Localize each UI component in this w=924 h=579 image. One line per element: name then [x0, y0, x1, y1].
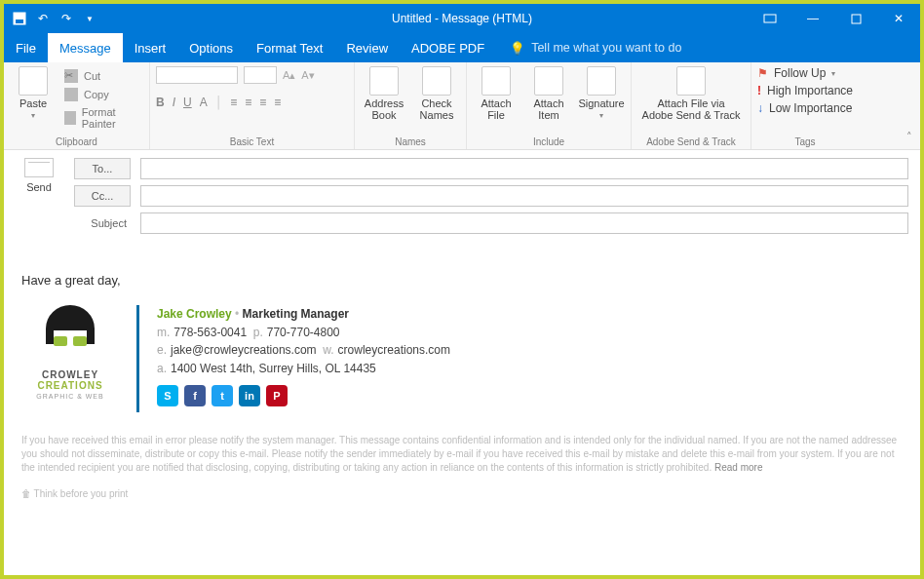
ribbon: Paste ▾ ✂Cut Copy Format Painter Clipboa… — [4, 62, 920, 150]
collapse-ribbon-icon[interactable]: ˄ — [906, 131, 912, 143]
subject-label: Subject — [74, 217, 131, 229]
close-button[interactable]: ✕ — [877, 4, 920, 33]
underline-button[interactable]: U — [183, 96, 192, 109]
check-names-icon — [422, 66, 451, 96]
brand-tagline: GRAPHIC & WEB — [36, 393, 103, 400]
group-basic-text: A▴ A▾ B I U A │ ≡ ≡ ≡ ≡ Basic Text — [150, 62, 355, 149]
adobe-attach-button[interactable]: Attach File via Adobe Send & Track — [637, 66, 745, 121]
sig-phone: 770-770-4800 — [267, 326, 340, 339]
tab-options[interactable]: Options — [177, 33, 245, 62]
align-center-icon[interactable]: ≡ — [245, 96, 251, 109]
sig-name: Jake Crowley — [157, 307, 232, 321]
brand-name: CROWLEYCREATIONS — [37, 369, 102, 391]
paperclip-icon — [481, 66, 511, 96]
to-input[interactable] — [140, 158, 908, 179]
tab-insert[interactable]: Insert — [123, 33, 178, 62]
window-title: Untitled - Message (HTML) — [392, 12, 532, 25]
group-adobe: Attach File via Adobe Send & Track Adobe… — [632, 62, 751, 149]
send-label: Send — [26, 181, 52, 193]
signature-divider — [136, 305, 139, 412]
twitter-icon[interactable]: t — [212, 385, 233, 406]
exclamation-icon: ! — [757, 84, 761, 97]
attach-item-icon — [534, 66, 563, 96]
tell-me-search[interactable]: 💡 Tell me what you want to do — [496, 33, 681, 62]
signature-button[interactable]: Signature▾ — [578, 66, 625, 120]
skype-icon[interactable]: S — [157, 385, 178, 406]
align-right-icon[interactable]: ≡ — [259, 96, 266, 109]
linkedin-icon[interactable]: in — [239, 385, 260, 406]
read-more-link[interactable]: Read more — [714, 462, 762, 473]
email-signature: CROWLEYCREATIONS GRAPHIC & WEB Jake Crow… — [21, 305, 903, 412]
paste-button[interactable]: Paste ▾ — [10, 66, 57, 120]
font-color-button[interactable]: A — [200, 96, 208, 109]
eco-footer: 🗑 Think before you print — [21, 488, 903, 499]
low-importance-button[interactable]: ↓Low Importance — [757, 101, 853, 115]
tab-file[interactable]: File — [4, 33, 48, 62]
ribbon-tabs: File Message Insert Options Format Text … — [4, 33, 920, 62]
address-book-button[interactable]: Address Book — [361, 66, 407, 121]
tab-format-text[interactable]: Format Text — [245, 33, 334, 62]
svg-rect-1 — [16, 19, 23, 23]
quick-access-toolbar: ↶ ↷ ▼ — [4, 11, 97, 26]
indent-icon[interactable]: ≡ — [274, 96, 281, 109]
lightbulb-icon: 💡 — [510, 41, 525, 56]
font-size-select[interactable] — [244, 66, 277, 84]
facebook-icon[interactable]: f — [184, 385, 206, 406]
subject-input[interactable] — [140, 212, 908, 234]
sig-email: jake@crowleycreations.com — [171, 343, 317, 357]
send-button[interactable]: Send — [16, 158, 62, 193]
chevron-down-icon: ▾ — [599, 111, 603, 120]
shrink-font-icon[interactable]: A▾ — [301, 69, 314, 82]
scissors-icon: ✂ — [64, 69, 78, 83]
title-bar: ↶ ↷ ▼ Untitled - Message (HTML) ― ✕ — [4, 4, 920, 33]
cut-button[interactable]: ✂Cut — [62, 68, 143, 84]
tab-review[interactable]: Review — [334, 33, 400, 62]
follow-up-button[interactable]: ⚑Follow Up▾ — [757, 66, 853, 80]
group-include: Attach File Attach Item Signature▾ Inclu… — [467, 62, 632, 149]
group-adobe-label: Adobe Send & Track — [637, 135, 745, 147]
tab-message[interactable]: Message — [48, 33, 123, 62]
attach-item-button[interactable]: Attach Item — [525, 66, 572, 121]
maximize-button[interactable] — [834, 4, 877, 33]
tab-adobe-pdf[interactable]: ADOBE PDF — [400, 33, 496, 62]
pinterest-icon[interactable]: P — [266, 385, 288, 406]
minimize-button[interactable]: ― — [791, 4, 834, 33]
social-links: S f t in P — [157, 385, 450, 406]
brush-icon — [64, 111, 76, 125]
adobe-cloud-icon — [676, 66, 706, 96]
sig-mobile: 778-563-0041 — [173, 326, 247, 339]
align-left-icon[interactable]: ≡ — [230, 96, 237, 109]
save-icon[interactable] — [12, 11, 27, 26]
redo-icon[interactable]: ↷ — [58, 11, 74, 26]
sig-address: 1400 West 14th, Surrey Hills, OL 14435 — [171, 362, 376, 375]
italic-button[interactable]: I — [173, 96, 175, 109]
copy-button[interactable]: Copy — [62, 87, 143, 102]
to-button[interactable]: To... — [74, 158, 131, 179]
group-names: Address Book Check Names Names — [355, 62, 467, 149]
attach-file-button[interactable]: Attach File — [473, 66, 520, 121]
chevron-down-icon: ▾ — [31, 111, 35, 120]
disclaimer-text: If you have received this email in error… — [21, 434, 903, 475]
group-basic-text-label: Basic Text — [156, 135, 348, 147]
ribbon-display-icon[interactable] — [749, 4, 791, 33]
window-controls: ― ✕ — [749, 4, 920, 33]
message-body[interactable]: Have a great day, CROWLEYCREATIONS GRAPH… — [4, 251, 920, 515]
check-names-button[interactable]: Check Names — [413, 66, 460, 121]
group-tags: ⚑Follow Up▾ !High Importance ↓Low Import… — [751, 62, 859, 149]
format-painter-button[interactable]: Format Painter — [62, 105, 143, 131]
cc-input[interactable] — [140, 185, 908, 207]
bold-button[interactable]: B — [156, 96, 165, 109]
qat-dropdown-icon[interactable]: ▼ — [82, 11, 97, 26]
undo-icon[interactable]: ↶ — [35, 11, 51, 26]
envelope-icon — [24, 158, 54, 177]
high-importance-button[interactable]: !High Importance — [757, 84, 853, 97]
signature-info: Jake Crowley • Marketing Manager m.778-5… — [157, 305, 450, 406]
compose-header: Send To... Cc... Subject — [4, 150, 920, 251]
group-include-label: Include — [473, 135, 625, 147]
font-family-select[interactable] — [156, 66, 238, 84]
avatar-icon — [40, 305, 100, 366]
grow-font-icon[interactable]: A▴ — [283, 69, 295, 82]
group-clipboard-label: Clipboard — [10, 135, 143, 147]
cc-button[interactable]: Cc... — [74, 185, 131, 207]
svg-rect-2 — [764, 15, 776, 22]
